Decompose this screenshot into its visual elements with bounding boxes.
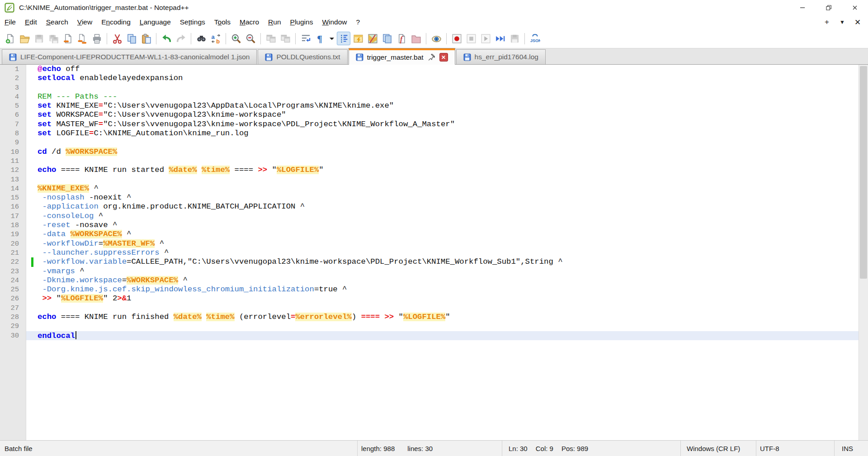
code-line[interactable]: --launcher.suppressErrors ^ <box>26 248 859 257</box>
find-button[interactable] <box>194 32 208 45</box>
run-macro-multiple-button[interactable] <box>493 32 507 45</box>
status-encoding[interactable]: UTF-8 <box>756 441 834 456</box>
undo-button[interactable] <box>160 32 173 45</box>
code-line[interactable]: setlocal enabledelayedexpansion <box>26 74 859 83</box>
save-file-button[interactable] <box>32 32 46 45</box>
code-line[interactable]: cd /d %WORKSPACE% <box>26 147 859 157</box>
code-line[interactable]: endlocal <box>26 331 859 340</box>
menu-language[interactable]: Language <box>135 16 175 28</box>
code-line[interactable]: set MASTER_WF="C:\Users\vvenugopal23\kni… <box>26 120 859 129</box>
stop-record-button[interactable] <box>464 32 478 45</box>
doc-switcher-button[interactable] <box>351 32 365 45</box>
tab-3[interactable]: hs_err_pid17604.log <box>456 49 546 64</box>
indent-guide-button[interactable] <box>337 32 350 45</box>
close-document-button[interactable]: ✕ <box>850 16 865 28</box>
menu-search[interactable]: Search <box>42 16 73 28</box>
monitoring-button[interactable] <box>429 32 443 45</box>
menu-edit[interactable]: Edit <box>20 16 42 28</box>
restore-button[interactable] <box>816 0 842 15</box>
code-line[interactable] <box>26 304 859 313</box>
code-line[interactable]: set KNIME_EXE="C:\Users\vvenugopal23\App… <box>26 101 859 110</box>
record-macro-button[interactable] <box>450 32 463 45</box>
paste-button[interactable] <box>139 32 153 45</box>
minimize-button[interactable] <box>789 0 816 15</box>
word-wrap-button[interactable] <box>299 32 312 45</box>
zoom-in-button[interactable] <box>229 32 243 45</box>
code-line[interactable]: %KNIME_EXE% ^ <box>26 184 859 193</box>
code-line[interactable] <box>26 322 859 331</box>
menu-plugins[interactable]: Plugins <box>286 16 318 28</box>
code-line[interactable]: -consoleLog ^ <box>26 212 859 221</box>
copy-button[interactable] <box>125 32 138 45</box>
code-line[interactable]: -Dorg.knime.js.cef.skip_windowless_chrom… <box>26 285 859 294</box>
sync-vertical-scroll-button[interactable] <box>264 32 278 45</box>
print-button[interactable] <box>90 32 104 45</box>
menu-help[interactable]: ? <box>352 16 365 28</box>
new-file-button[interactable] <box>3 32 17 45</box>
tab-0[interactable]: LIFE-Component-LIFEPRODUCTTEAM-WL1-1-83-… <box>2 49 257 64</box>
tab-1[interactable]: POLDLQuestions.txt <box>258 49 347 64</box>
code-line[interactable]: -data %WORKSPACE% ^ <box>26 230 859 239</box>
document-map-button[interactable] <box>366 32 379 45</box>
code-line[interactable]: -application org.knime.product.KNIME_BAT… <box>26 202 859 211</box>
open-file-button[interactable] <box>18 32 31 45</box>
code-line[interactable] <box>26 83 859 92</box>
code-line[interactable]: -workflow.variable=CALLEE_PATH,"C:\Users… <box>26 257 859 266</box>
code-line[interactable]: set LOGFILE=C:\KNIME_Automation\knime_ru… <box>26 129 859 138</box>
menu-file[interactable]: File <box>0 16 20 28</box>
code-line[interactable]: echo ==== KNIME run finished %date% %tim… <box>26 313 859 322</box>
toolbar-dropdown-button[interactable] <box>328 32 336 45</box>
close-all-button[interactable] <box>75 32 89 45</box>
status-insert-mode[interactable]: INS <box>834 441 868 456</box>
menu-window[interactable]: Window <box>317 16 351 28</box>
zoom-out-button[interactable] <box>244 32 257 45</box>
new-tab-button[interactable]: + <box>819 16 835 28</box>
vertical-scrollbar[interactable] <box>859 65 868 440</box>
save-macro-button[interactable] <box>508 32 521 45</box>
position-indicator: Pos: 989 <box>561 445 588 452</box>
menu-settings[interactable]: Settings <box>175 16 210 28</box>
replace-button[interactable]: ab <box>209 32 222 45</box>
svg-text:¶: ¶ <box>317 33 322 44</box>
save-all-button[interactable] <box>47 32 60 45</box>
saved-file-icon <box>265 53 273 61</box>
close-file-button[interactable] <box>61 32 75 45</box>
menu-tools[interactable]: Tools <box>210 16 235 28</box>
toolbar-separator <box>295 33 296 44</box>
replace-icon: ab <box>211 33 221 44</box>
code-line[interactable]: -reset -nosave ^ <box>26 221 859 230</box>
pin-icon[interactable] <box>427 53 436 62</box>
code-line[interactable]: -Dknime.workspace=%WORKSPACE% ^ <box>26 276 859 285</box>
code-line[interactable]: @echo off <box>26 65 859 74</box>
function-list-button[interactable]: f <box>395 32 408 45</box>
close-button[interactable] <box>842 0 868 15</box>
code-line[interactable]: -workflowDir=%MASTER_WF% ^ <box>26 239 859 248</box>
document-list-button[interactable] <box>380 32 394 45</box>
cut-button[interactable] <box>110 32 124 45</box>
menu-encoding[interactable]: Encoding <box>97 16 135 28</box>
text-zone[interactable]: @echo offsetlocal enabledelayedexpansion… <box>26 65 859 440</box>
scrollbar-thumb[interactable] <box>860 66 867 279</box>
menu-view[interactable]: View <box>73 16 97 28</box>
code-line[interactable] <box>26 175 859 184</box>
tab-close-button[interactable]: ✕ <box>439 53 448 62</box>
status-eol-format[interactable]: Windows (CR LF) <box>680 441 756 456</box>
playback-macro-button[interactable] <box>479 32 492 45</box>
redo-button[interactable] <box>174 32 188 45</box>
show-all-characters-button[interactable]: ¶ <box>313 32 327 45</box>
code-line[interactable]: -vmargs ^ <box>26 267 859 276</box>
code-line[interactable]: echo ==== KNIME run started %date% %time… <box>26 166 859 175</box>
tab-list-arrow[interactable]: ▼ <box>835 16 850 28</box>
sync-horizontal-scroll-button[interactable] <box>278 32 292 45</box>
folder-as-workspace-button[interactable] <box>409 32 423 45</box>
code-line[interactable] <box>26 157 859 166</box>
menu-macro[interactable]: Macro <box>235 16 264 28</box>
code-line[interactable] <box>26 138 859 147</box>
code-line[interactable]: -nosplash -noexit ^ <box>26 193 859 202</box>
tab-2[interactable]: trigger_master.bat✕ <box>349 48 455 65</box>
code-line[interactable]: set WORKSPACE="C:\Users\vvenugopal23\kni… <box>26 110 859 119</box>
code-line[interactable]: >> "%LOGFILE%" 2>&1 <box>26 294 859 303</box>
code-line[interactable]: REM --- Paths --- <box>26 92 859 101</box>
json-viewer-button[interactable]: JSON <box>528 32 542 45</box>
menu-run[interactable]: Run <box>264 16 285 28</box>
